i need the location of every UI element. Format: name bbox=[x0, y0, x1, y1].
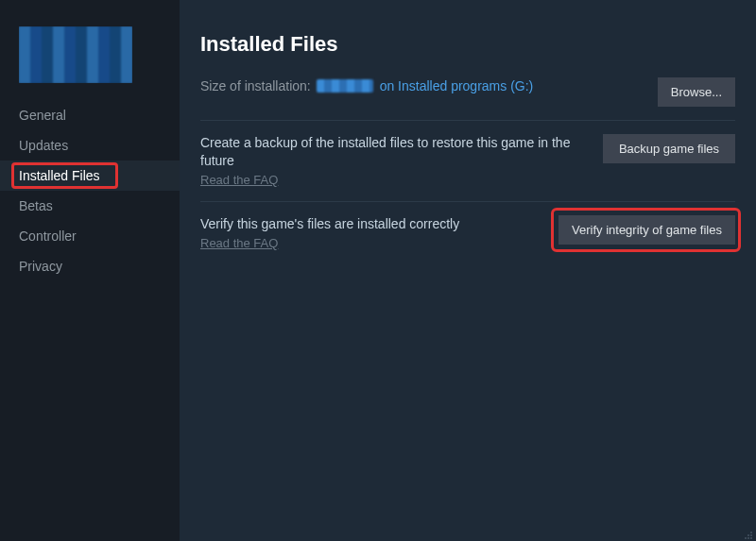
sidebar-item-label: Installed Files bbox=[19, 168, 100, 183]
game-artwork bbox=[19, 26, 132, 83]
main-pane: Installed Files Size of installation: on… bbox=[180, 0, 756, 541]
backup-description: Create a backup of the installed files t… bbox=[200, 134, 592, 170]
sidebar-nav: General Updates Installed Files Betas Co… bbox=[0, 100, 180, 281]
sidebar-item-controller[interactable]: Controller bbox=[0, 221, 180, 251]
backup-row: Create a backup of the installed files t… bbox=[200, 121, 735, 202]
sidebar-item-general[interactable]: General bbox=[0, 100, 180, 130]
size-location-link[interactable]: on Installed programs (G:) bbox=[380, 78, 534, 93]
sidebar-item-installed-files[interactable]: Installed Files bbox=[0, 161, 180, 191]
sidebar-item-privacy[interactable]: Privacy bbox=[0, 251, 180, 281]
sidebar: General Updates Installed Files Betas Co… bbox=[0, 0, 180, 541]
verify-row: Verify this game's files are installed c… bbox=[200, 202, 735, 264]
size-label: Size of installation: bbox=[200, 78, 311, 93]
svg-point-9 bbox=[750, 537, 752, 539]
svg-point-5 bbox=[747, 534, 749, 536]
backup-game-files-button[interactable]: Backup game files bbox=[603, 134, 735, 163]
sidebar-item-betas[interactable]: Betas bbox=[0, 191, 180, 221]
browse-button[interactable]: Browse... bbox=[658, 77, 735, 107]
size-value-redacted bbox=[317, 79, 373, 93]
size-row: Size of installation: on Installed progr… bbox=[200, 77, 735, 121]
svg-point-8 bbox=[747, 537, 749, 539]
verify-faq-link[interactable]: Read the FAQ bbox=[200, 236, 278, 250]
page-title: Installed Files bbox=[200, 32, 735, 57]
properties-window: General Updates Installed Files Betas Co… bbox=[0, 0, 756, 541]
svg-point-6 bbox=[750, 534, 752, 536]
resize-grip[interactable] bbox=[742, 527, 753, 538]
svg-point-4 bbox=[750, 532, 752, 533]
sidebar-item-updates[interactable]: Updates bbox=[0, 130, 180, 161]
svg-point-7 bbox=[745, 537, 747, 539]
backup-faq-link[interactable]: Read the FAQ bbox=[200, 173, 278, 187]
verify-description: Verify this game's files are installed c… bbox=[200, 215, 547, 233]
verify-button-wrap: Verify integrity of game files bbox=[558, 215, 735, 245]
verify-integrity-button[interactable]: Verify integrity of game files bbox=[558, 215, 735, 245]
